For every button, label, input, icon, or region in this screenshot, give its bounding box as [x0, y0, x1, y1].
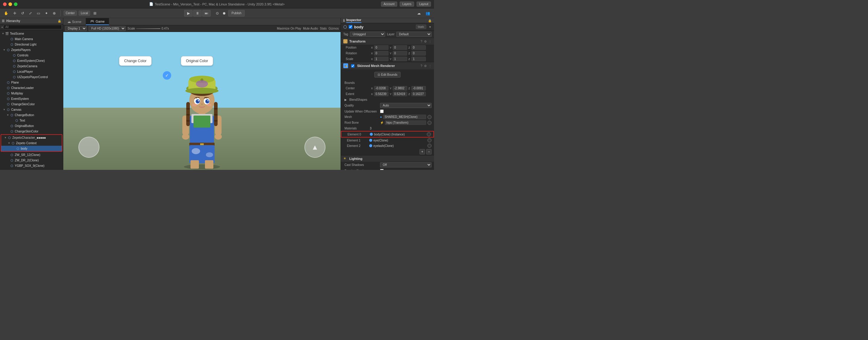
collab-button[interactable]: 👥 [424, 10, 432, 16]
pause-button[interactable]: ⏸ [193, 10, 202, 17]
gizmos-label[interactable]: Gizmos [329, 27, 339, 30]
update-offscreen-checkbox[interactable] [380, 110, 384, 113]
extent-x-input[interactable] [374, 92, 389, 96]
hierarchy-item-eventsystem-clone[interactable]: ⬡ EventSystem(Clone) [0, 58, 63, 63]
transform-expand-icon[interactable]: ⋮ [429, 40, 432, 43]
scale-y-input[interactable] [393, 57, 407, 61]
hierarchy-item-zwdr2[interactable]: ⬡ ZW_DR_2(Clone) [0, 158, 63, 163]
hierarchy-item-controls[interactable]: ⬡ Controls [0, 53, 63, 58]
maximize-label[interactable]: Maximize On Play [277, 27, 301, 30]
stats-label[interactable]: Stats [320, 27, 327, 30]
account-button[interactable]: Account [381, 1, 397, 7]
hierarchy-add-button[interactable]: + [1, 25, 3, 29]
rect-tool[interactable]: ▭ [35, 10, 41, 16]
hand-tool[interactable]: ✋ [2, 10, 10, 16]
hierarchy-item-localplayer[interactable]: ⬡ LocalPlayer [0, 69, 63, 74]
layout-button[interactable]: Layout [416, 1, 431, 7]
extra-tool[interactable]: ⊕ [51, 10, 57, 16]
object-active-toggle[interactable] [349, 25, 352, 29]
receive-shadows-checkbox[interactable] [380, 169, 384, 170]
skinned-mesh-header[interactable]: 🎭 Skinned Mesh Renderer ? ⚙ ⋮ [341, 62, 434, 69]
edit-bounds-button[interactable]: ⊡ Edit Bounds [374, 72, 401, 78]
blendshapes-label[interactable]: BlendShapes [349, 98, 367, 102]
remove-material-button[interactable]: − [426, 149, 432, 154]
hierarchy-item-body[interactable]: ⬡ body [1, 146, 62, 151]
move-tool[interactable]: ✛ [12, 10, 18, 16]
hierarchy-item-changebutton[interactable]: ▼ ⬡ ChangeButton [0, 112, 63, 118]
hierarchy-item-originalbutton[interactable]: ⬡ OriginalButton [0, 123, 63, 129]
layer-select[interactable]: Default [396, 32, 432, 37]
hierarchy-item-uizepeto[interactable]: ⬡ UIZepetoPlayerControl [0, 74, 63, 80]
scale-slider-track[interactable] [136, 28, 160, 29]
smr-expand-icon[interactable]: ⋮ [429, 64, 432, 67]
center-x-input[interactable] [374, 86, 389, 90]
grid-button[interactable]: ⊞ [92, 10, 98, 16]
smr-settings-icon[interactable]: ⚙ [424, 64, 427, 67]
mute-label[interactable]: Mute Audio [303, 27, 318, 30]
maximize-button[interactable] [14, 2, 18, 6]
joystick-right[interactable]: ▲ [304, 137, 326, 158]
rot-x-input[interactable] [374, 51, 389, 56]
capture-button[interactable]: ⊙ [214, 10, 220, 17]
smr-help-icon[interactable]: ? [421, 64, 422, 67]
smr-active-toggle[interactable] [351, 64, 354, 67]
pos-x-input[interactable] [374, 45, 389, 50]
transform-help-icon[interactable]: ? [421, 40, 422, 43]
hierarchy-item-zepetocontext[interactable]: ▼ ⬡ Zepeto Context [1, 140, 62, 146]
inspector-lock-icon[interactable]: 🔒 [428, 19, 432, 22]
extent-z-input[interactable] [411, 92, 426, 96]
add-material-button[interactable]: + [420, 149, 425, 154]
hierarchy-item-eventsystem[interactable]: ⬡ EventSystem [0, 96, 63, 102]
hierarchy-item-ygbpsox9[interactable]: ⬡ YGBP_SOX_9(Clone) [0, 163, 63, 168]
center-y-input[interactable] [393, 86, 407, 90]
joystick-left[interactable] [79, 137, 99, 158]
root-bone-select-btn[interactable]: ○ [427, 121, 432, 125]
element1-select-btn[interactable]: ○ [427, 138, 432, 142]
window-controls[interactable] [3, 2, 18, 6]
hierarchy-item-multiplay[interactable]: ⬡ Multiplay [0, 90, 63, 96]
hierarchy-item-text[interactable]: ⬡ Text [0, 118, 63, 123]
cloud-button[interactable]: ☁ [415, 10, 422, 16]
hierarchy-item-zepetocamera[interactable]: ⬡ ZepetoCamera [0, 63, 63, 69]
pos-z-input[interactable] [411, 45, 426, 50]
rot-y-input[interactable] [393, 51, 407, 56]
hierarchy-item-canvas[interactable]: ▼ ⬡ Canvas [0, 107, 63, 112]
rot-z-input[interactable] [411, 51, 426, 56]
scale-x-input[interactable] [374, 57, 389, 61]
element1-value[interactable]: eye(Clone) [373, 139, 426, 142]
hierarchy-item-changeskincolor2[interactable]: ⬡ ChangeSkinColor [0, 129, 63, 134]
tab-inspector[interactable]: Inspector [346, 18, 361, 23]
mesh-select-btn[interactable]: ○ [427, 115, 432, 119]
hierarchy-item-plane[interactable]: ⬡ Plane [0, 80, 63, 85]
static-dropdown-icon[interactable]: ▼ [429, 25, 432, 29]
hierarchy-search-input[interactable] [4, 25, 62, 29]
local-global-toggle[interactable]: Local [79, 10, 90, 16]
layers-button[interactable]: Layers [400, 1, 414, 7]
mesh-value[interactable]: SHARED_MESH(Clone) [383, 115, 426, 119]
transform-settings-icon[interactable]: ⚙ [424, 40, 427, 43]
hierarchy-item-zwsr12[interactable]: ⬡ ZW_SR_12(Clone) [0, 152, 63, 158]
pos-y-input[interactable] [393, 45, 407, 50]
element0-select-btn[interactable]: ○ [427, 132, 431, 136]
tag-select[interactable]: Untagged [350, 32, 385, 37]
resolution-select[interactable]: Full HD (1920x1080) [89, 26, 126, 31]
record-button[interactable]: ⏺ [221, 10, 227, 17]
extent-y-input[interactable] [393, 92, 407, 96]
hierarchy-item-testscene[interactable]: ▼ 🎬 TestScene [0, 31, 63, 36]
root-bone-value[interactable]: hips (Transform) [385, 120, 426, 125]
display-select[interactable]: Display 1 [65, 26, 87, 31]
lighting-section-header[interactable]: ☀ Lighting [341, 155, 434, 162]
hierarchy-item-zepetocharacter[interactable]: ▼ ⬡ ZepetoCharacter_■■■■■ [1, 135, 62, 140]
hierarchy-item-characterloader[interactable]: ⬡ CharacterLoader [0, 85, 63, 90]
center-pivot-toggle[interactable]: Center [64, 10, 77, 16]
element0-value[interactable]: body(Clone) (Instance) [374, 133, 426, 136]
hierarchy-item-zepetoplayers[interactable]: ▼ ⬡ ZepetoPlayers [0, 47, 63, 53]
quality-select[interactable]: Auto [380, 103, 432, 108]
rotate-tool[interactable]: ↺ [20, 10, 26, 16]
publish-button[interactable]: Publish [228, 10, 245, 17]
scale-z-input[interactable] [411, 57, 426, 61]
element2-value[interactable]: eyelash(Clone) [373, 144, 426, 147]
transform-tool[interactable]: ✦ [43, 10, 50, 16]
minimize-button[interactable] [8, 2, 12, 6]
hierarchy-item-maincamera[interactable]: ⬡ Main Camera [0, 36, 63, 41]
